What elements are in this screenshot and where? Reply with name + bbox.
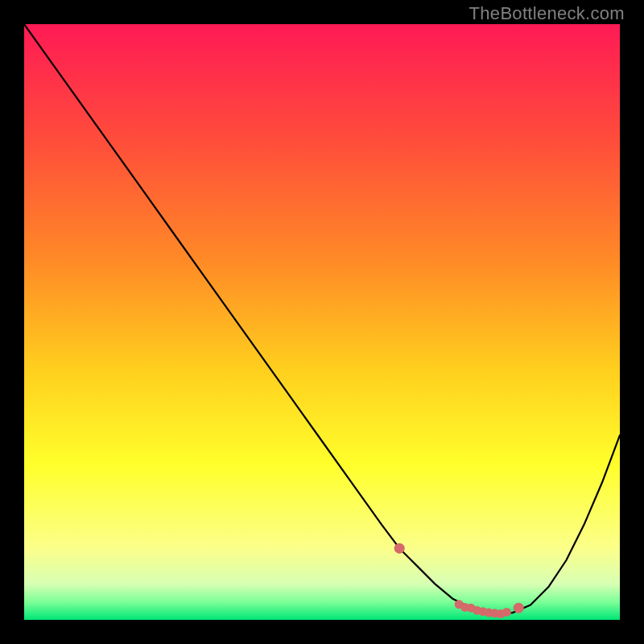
watermark-text: TheBottleneck.com <box>469 3 625 24</box>
data-marker <box>514 603 524 613</box>
bottleneck-chart <box>24 24 620 620</box>
data-marker <box>502 608 511 617</box>
gradient-background <box>24 24 620 620</box>
chart-container: TheBottleneck.com <box>0 0 644 644</box>
data-marker <box>394 543 405 554</box>
